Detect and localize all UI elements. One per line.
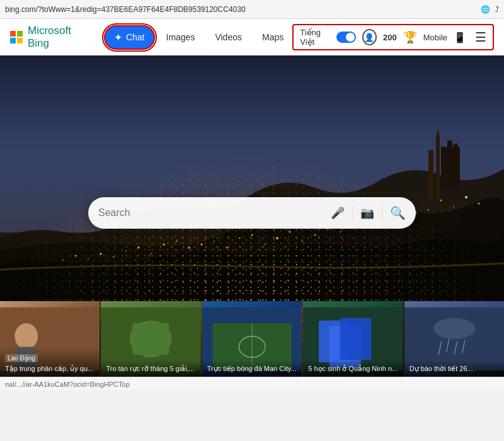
news-overlay-4: Dự báo thời tiết 26... bbox=[404, 360, 504, 377]
chat-spark-icon: ✦ bbox=[114, 32, 122, 43]
score-badge: 200 bbox=[383, 33, 397, 42]
search-divider2 bbox=[382, 205, 382, 220]
svg-point-41 bbox=[14, 323, 38, 350]
search-input[interactable] bbox=[98, 207, 331, 219]
news-title-2: Trực tiếp bóng đá Man City... bbox=[207, 364, 297, 373]
maps-nav-link[interactable]: Maps bbox=[253, 27, 292, 47]
search-divider bbox=[352, 205, 353, 220]
news-title-3: 5 học sinh ở Quảng Ninh n... bbox=[308, 364, 398, 373]
svg-rect-53 bbox=[340, 318, 372, 360]
news-overlay-3: 5 học sinh ở Quảng Ninh n... bbox=[303, 360, 403, 377]
user-avatar[interactable]: 👤 bbox=[362, 29, 377, 45]
news-card-0[interactable]: Lao Động Tập trung phân cấp, ủy qu... bbox=[0, 301, 100, 377]
hamburger-menu[interactable]: ☰ bbox=[475, 30, 486, 45]
news-strip: Lao Động Tập trung phân cấp, ủy qu... Tr… bbox=[0, 301, 504, 377]
statusbar-url: nal/...//ar-AA1kuCaM?ocid=BingHPCTop bbox=[5, 381, 130, 388]
news-card-3[interactable]: 5 học sinh ở Quảng Ninh n... bbox=[303, 301, 403, 377]
mobile-device-icon[interactable]: 📱 bbox=[454, 32, 466, 43]
news-card-2[interactable]: Trực tiếp bóng đá Man City... bbox=[202, 301, 302, 377]
url-text: bing.com/?toWww=1&redig=437BE6EA97F64E4F… bbox=[5, 5, 246, 14]
navbar: Microsoft Bing ✦ Chat Images Videos Maps… bbox=[0, 19, 504, 55]
svg-rect-5 bbox=[454, 144, 457, 150]
address-bar: bing.com/?toWww=1&redig=437BE6EA97F64E4F… bbox=[0, 0, 504, 19]
toggle-switch[interactable] bbox=[336, 32, 356, 43]
translate-icon[interactable]: 🌐 bbox=[481, 5, 490, 14]
statusbar: nal/...//ar-AA1kuCaM?ocid=BingHPCTop bbox=[0, 377, 504, 391]
news-card-1[interactable]: Tro tàn rực rỡ tháng 5 giải,... bbox=[101, 301, 200, 377]
svg-marker-2 bbox=[436, 128, 440, 137]
news-card-4[interactable]: Dự báo thời tiết 26... bbox=[404, 301, 504, 377]
nav-right-group: Tiếng Việt 👤 200 🏆 Mobile 📱 ☰ bbox=[292, 24, 494, 50]
nav-links: ✦ Chat Images Videos Maps bbox=[104, 25, 292, 50]
news-overlay-2: Trực tiếp bóng đá Man City... bbox=[202, 360, 302, 377]
logo[interactable]: Microsoft Bing bbox=[10, 25, 91, 50]
toggle-thumb bbox=[346, 33, 355, 42]
search-container: 🎤 📷 🔍 bbox=[88, 197, 416, 229]
logo-text: Microsoft Bing bbox=[28, 25, 91, 50]
svg-point-55 bbox=[433, 318, 475, 339]
svg-rect-4 bbox=[447, 140, 452, 150]
microphone-icon[interactable]: 🎤 bbox=[331, 206, 345, 220]
search-icons: 🎤 📷 🔍 bbox=[331, 205, 406, 220]
hero-background: 🎤 📷 🔍 ∨ bbox=[0, 55, 504, 377]
images-nav-link[interactable]: Images bbox=[158, 27, 204, 47]
news-title-1: Tro tàn rực rỡ tháng 5 giải,... bbox=[106, 364, 195, 373]
news-title-4: Dự báo thời tiết 26... bbox=[410, 364, 499, 373]
mobile-label[interactable]: Mobile bbox=[423, 33, 447, 42]
hero-section: 🎤 📷 🔍 ∨ bbox=[0, 55, 504, 377]
news-title-0: Tập trung phân cấp, ủy qu... bbox=[5, 364, 94, 373]
trophy-icon[interactable]: 🏆 bbox=[403, 30, 417, 44]
search-box: 🎤 📷 🔍 bbox=[88, 197, 416, 229]
news-overlay-1: Tro tàn rực rỡ tháng 5 giải,... bbox=[101, 360, 200, 377]
videos-nav-link[interactable]: Videos bbox=[206, 27, 251, 47]
news-source-0: Lao Động bbox=[5, 354, 38, 362]
search-submit-icon[interactable]: 🔍 bbox=[390, 205, 406, 220]
user-icon: 👤 bbox=[364, 33, 374, 42]
language-toggle[interactable]: Tiếng Việt bbox=[300, 28, 356, 47]
chat-label: Chat bbox=[126, 32, 145, 42]
language-label: Tiếng Việt bbox=[300, 28, 332, 47]
svg-rect-45 bbox=[132, 323, 169, 355]
logo-squares bbox=[10, 31, 23, 43]
share-icon[interactable]: ⤴ bbox=[495, 5, 499, 14]
news-overlay-0: Lao Động Tập trung phân cấp, ủy qu... bbox=[0, 348, 100, 377]
chat-nav-link[interactable]: ✦ Chat bbox=[104, 25, 155, 50]
camera-icon[interactable]: 📷 bbox=[360, 206, 374, 220]
